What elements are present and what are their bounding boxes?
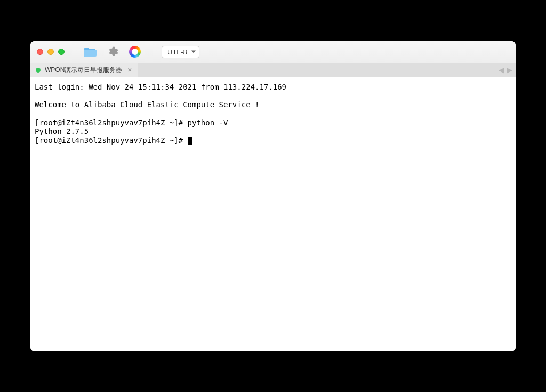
terminal-prompt: [root@iZt4n36l2shpuyvav7pih4Z ~]# python… — [35, 118, 228, 127]
status-dot-icon — [36, 68, 41, 73]
titlebar: UTF-8 — [30, 41, 516, 63]
terminal-output: Python 2.7.5 — [35, 127, 89, 135]
close-icon[interactable]: × — [127, 66, 132, 74]
encoding-label: UTF-8 — [167, 48, 187, 56]
encoding-select[interactable]: UTF-8 — [162, 46, 199, 58]
minimize-button[interactable] — [47, 49, 54, 55]
color-wheel-icon[interactable] — [129, 45, 141, 58]
terminal-prompt: [root@iZt4n36l2shpuyvav7pih4Z ~]# — [35, 136, 188, 145]
tabbar: WPON演示每日早报服务器 × ◀ ▶ — [30, 63, 516, 77]
toolbar-icons — [84, 45, 141, 58]
gear-icon[interactable] — [106, 45, 119, 58]
tab-title: WPON演示每日早报服务器 — [45, 66, 122, 75]
cursor — [188, 137, 192, 145]
terminal-line: Welcome to Alibaba Cloud Elastic Compute… — [35, 100, 259, 109]
maximize-button[interactable] — [58, 49, 65, 55]
terminal-body[interactable]: Last login: Wed Nov 24 15:11:34 2021 fro… — [30, 77, 516, 351]
traffic-lights — [37, 49, 65, 55]
tab-next-icon[interactable]: ▶ — [507, 66, 512, 74]
tab-prev-icon[interactable]: ◀ — [499, 66, 504, 74]
folder-icon[interactable] — [84, 45, 97, 58]
tab-active[interactable]: WPON演示每日早报服务器 × — [30, 63, 138, 77]
tabbar-nav: ◀ ▶ — [499, 63, 512, 77]
terminal-line: Last login: Wed Nov 24 15:11:34 2021 fro… — [35, 83, 286, 91]
close-button[interactable] — [37, 49, 43, 55]
terminal-window: UTF-8 WPON演示每日早报服务器 × ◀ ▶ Last login: We… — [30, 41, 516, 351]
